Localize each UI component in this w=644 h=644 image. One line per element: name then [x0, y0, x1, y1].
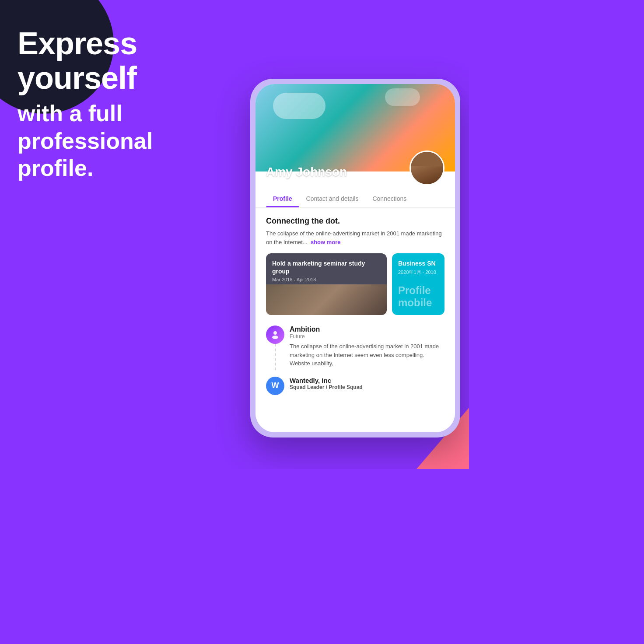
- card-seminar-date: Mar 2018 - Apr 2018: [272, 277, 381, 282]
- ambition-title: Ambition: [290, 326, 444, 333]
- hero-line1: Express: [18, 26, 137, 61]
- phone-mockup: Amy Johnson Wantedly,Inc. / Art Director…: [250, 79, 460, 438]
- tab-connections[interactable]: Connections: [365, 189, 413, 207]
- wantedly-icon-letter: W: [272, 381, 279, 390]
- tab-profile-label: Profile: [273, 195, 292, 202]
- profile-info: Amy Johnson Wantedly,Inc. / Art Director: [266, 150, 444, 189]
- phone-outer-shell: Amy Johnson Wantedly,Inc. / Art Director…: [250, 79, 460, 438]
- section-title: Connecting the dot.: [266, 217, 444, 226]
- hero-line5: profile.: [18, 155, 93, 181]
- card-seminar-image: [266, 284, 387, 315]
- profile-subtitle: Wantedly,Inc. / Art Director: [266, 180, 347, 186]
- wantedly-role: Squad Leader / Profile Squad: [290, 384, 363, 390]
- profile-tabs: Profile Contact and details Connections: [256, 189, 455, 208]
- card-seminar-title: Hold a marketing seminar study group: [272, 259, 381, 275]
- section-text: The collapse of the online-advertising m…: [266, 229, 444, 246]
- ambition-content: Ambition Future The collapse of the onli…: [290, 326, 444, 368]
- ambition-subtitle: Future: [290, 333, 444, 340]
- tab-profile[interactable]: Profile: [266, 189, 299, 207]
- card-business-title: Business SN: [398, 259, 438, 267]
- wantedly-icon: W: [266, 377, 284, 395]
- card-seminar[interactable]: Hold a marketing seminar study group Mar…: [266, 253, 387, 315]
- cards-row: Hold a marketing seminar study group Mar…: [266, 253, 444, 315]
- avatar-image: [411, 152, 443, 184]
- wantedly-section: W Wantedly, Inc Squad Leader / Profile S…: [266, 375, 444, 395]
- svg-point-1: [272, 336, 278, 339]
- hero-text-block: Express yourself with a full professiona…: [18, 26, 201, 182]
- hero-line2: yourself: [18, 60, 136, 95]
- hero-subheadline: with a full professional profile.: [18, 100, 201, 182]
- ambition-icon: [266, 326, 284, 344]
- section-text-content: The collapse of the online-advertising m…: [266, 230, 442, 245]
- tab-contact-label: Contact and details: [306, 195, 359, 202]
- wantedly-content: Wantedly, Inc Squad Leader / Profile Squ…: [290, 377, 363, 395]
- tab-contact[interactable]: Contact and details: [299, 189, 366, 207]
- profile-name-block: Amy Johnson Wantedly,Inc. / Art Director: [266, 165, 347, 189]
- phone-inner-screen: Amy Johnson Wantedly,Inc. / Art Director…: [256, 84, 455, 432]
- profile-header: Amy Johnson Wantedly,Inc. / Art Director: [256, 84, 455, 189]
- profile-name-row: Amy Johnson Wantedly,Inc. / Art Director: [266, 150, 444, 189]
- wantedly-company: Wantedly, Inc: [290, 377, 363, 384]
- hero-line3: with a full: [18, 101, 122, 126]
- card-business-date: 2020年1月 - 2010: [398, 269, 438, 276]
- tab-connections-label: Connections: [372, 195, 406, 202]
- hero-line4: professional: [18, 128, 153, 154]
- card-business[interactable]: Business SN 2020年1月 - 2010 Profilemobile: [392, 253, 444, 315]
- ambition-section: Ambition Future The collapse of the onli…: [266, 324, 444, 368]
- profile-content: Connecting the dot. The collapse of the …: [256, 208, 455, 432]
- avatar: [410, 150, 444, 186]
- profile-name: Amy Johnson: [266, 165, 347, 179]
- hero-headline: Express yourself: [18, 26, 201, 95]
- show-more-link[interactable]: show more: [311, 239, 341, 245]
- card-business-label: Profilemobile: [398, 284, 438, 309]
- ambition-text: The collapse of the online-advertising m…: [290, 342, 444, 368]
- svg-point-0: [273, 331, 277, 335]
